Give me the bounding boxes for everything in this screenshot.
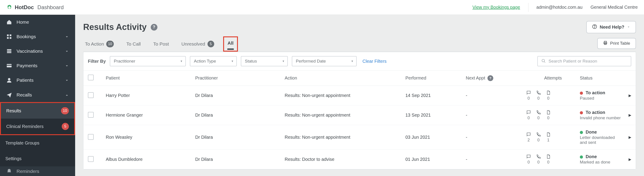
cell-patient: Ron Weasley [106,135,195,140]
col-next-appt[interactable]: Next Appt ? [466,75,526,81]
search-input[interactable] [548,59,627,64]
table-row[interactable]: Ron Weasley Dr Dilara Results: Non-urgen… [84,125,636,150]
row-checkbox[interactable] [88,112,94,118]
sidebar-item-vaccinations[interactable]: Vaccinations [0,44,75,58]
tab-label: All [228,40,234,46]
filter-row: Filter By Practitioner▼ Action Type▼ Sta… [84,52,636,71]
col-action[interactable]: Action [285,75,406,81]
filter-by-label: Filter By [88,59,106,64]
table-row[interactable]: Albus Dumbledore Dr Dilara Results: Doct… [84,150,636,169]
cell-patient: Albus Dumbledore [106,157,195,162]
sidebar-item-bookings[interactable]: Bookings [0,29,75,44]
document-icon [546,154,551,159]
chevron-right-icon[interactable]: ▶ [628,113,631,117]
cell-status: To action Invalid phone number [580,110,622,120]
chevron-right-icon[interactable]: ▶ [628,158,631,161]
cell-attempts: 0 0 0 [526,154,580,165]
print-label: Print Table [610,41,630,46]
cell-practitioner: Dr Dilara [195,157,285,162]
sidebar-sub-template-groups[interactable]: Template Groups [0,135,75,151]
chevron-right-icon[interactable]: ▶ [628,135,631,139]
chevron-down-icon [65,78,69,82]
tab-to-action[interactable]: To Action 10 [83,37,116,51]
row-checkbox[interactable] [88,156,94,162]
sidebar-item-label: Bookings [16,34,36,39]
bookings-link[interactable]: View my Bookings page [472,5,520,10]
user-email[interactable]: admin@hotdoc.com.au [536,5,582,10]
sms-icon [526,154,531,159]
col-patient[interactable]: Patient [106,75,195,81]
sidebar-item-home[interactable]: Home [0,15,75,29]
col-status[interactable]: Status [580,75,622,81]
filter-practitioner[interactable]: Practitioner▼ [110,56,186,66]
svg-rect-1 [8,7,11,8]
help-circle-icon [592,24,597,30]
col-attempts[interactable]: Attempts [526,75,580,81]
svg-rect-3 [10,34,12,36]
svg-point-13 [594,27,595,28]
row-checkbox[interactable] [88,92,94,98]
row-checkbox[interactable] [88,134,94,140]
tab-label: To Action [85,41,104,47]
col-practitioner[interactable]: Practitioner [195,75,285,81]
cell-performed: 13 Sep 2021 [406,113,466,118]
chevron-up-icon [65,93,69,97]
tab-all-highlight: All [223,36,238,52]
table-body: Harry Potter Dr Dilara Results: Non-urge… [84,86,636,169]
status-dot-icon [580,92,583,95]
tab-all[interactable]: All [226,37,236,50]
help-icon[interactable]: ? [151,24,158,31]
sidebar-sub-results[interactable]: Results 10 [1,103,74,119]
tab-label: To Call [126,41,141,47]
chevron-right-icon[interactable]: ▶ [628,94,631,97]
svg-rect-5 [10,37,12,39]
chevron-down-icon [65,49,69,53]
cell-status: Done Marked as done [580,154,622,165]
cell-attempts: 0 0 0 [526,90,580,101]
svg-rect-7 [7,51,12,52]
filter-action-type[interactable]: Action Type▼ [190,56,237,66]
search-box[interactable] [537,56,631,66]
table-row[interactable]: Hermione Granger Dr Dilara Results: Non-… [84,105,636,125]
phone-icon [536,154,541,159]
recalls-sub-highlighted: Results 10 Clinical Reminders 5 [0,102,75,135]
need-help-button[interactable]: Need Help? [586,21,636,33]
select-all-checkbox[interactable] [88,75,94,80]
tab-unresolved[interactable]: Unresolved 5 [180,37,216,51]
sidebar-item-patients[interactable]: Patients [0,73,75,88]
help-icon[interactable]: ? [488,75,493,81]
dropdown-icon: ▼ [231,60,234,63]
svg-rect-10 [7,65,12,66]
user-icon [6,77,12,83]
cell-practitioner: Dr Dilara [195,93,285,98]
clear-filters-link[interactable]: Clear Filters [362,59,386,64]
phone-icon [536,90,541,95]
sms-icon [526,110,531,115]
tab-to-call[interactable]: To Call [124,38,142,51]
svg-point-11 [8,78,10,81]
sidebar-item-reminders[interactable]: Reminders [0,167,75,176]
sidebar-sub-settings[interactable]: Settings [0,151,75,167]
tab-label: To Post [153,41,169,47]
sidebar-sub-clinical-reminders[interactable]: Clinical Reminders 5 [1,119,74,134]
sidebar-item-label: Patients [16,77,34,83]
sidebar-item-payments[interactable]: Payments [0,58,75,73]
col-performed[interactable]: Performed [406,75,466,81]
filter-performed-date[interactable]: Performed Date▼ [292,56,357,66]
cell-next-appt: - [466,113,526,118]
cell-status: To action Paused [580,90,622,101]
sub-item-label: Template Groups [5,141,39,146]
cell-action: Results: Non-urgent appointment [285,93,406,98]
sidebar-item-recalls[interactable]: Recalls [0,88,75,102]
filter-status[interactable]: Status▼ [241,56,288,66]
tab-label: Unresolved [181,41,205,47]
print-table-button[interactable]: Print Table [597,38,636,49]
cell-performed: 03 Jun 2021 [406,135,466,140]
status-dot-icon [580,111,583,114]
cell-patient: Harry Potter [106,93,195,98]
need-help-label: Need Help? [600,24,624,30]
tab-to-post[interactable]: To Post [152,38,170,51]
chevron-down-icon [65,64,69,68]
org-name[interactable]: General Medical Centre [590,5,638,10]
table-row[interactable]: Harry Potter Dr Dilara Results: Non-urge… [84,86,636,105]
